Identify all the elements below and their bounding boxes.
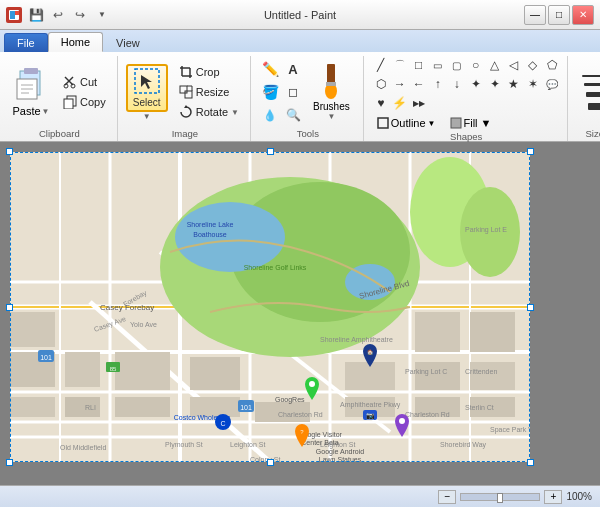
- pencil-tool[interactable]: ✏️: [259, 58, 281, 80]
- handle-mid-right[interactable]: [527, 304, 534, 311]
- svg-point-108: [309, 381, 315, 387]
- tab-view[interactable]: View: [103, 33, 153, 52]
- size-selector[interactable]: [576, 75, 600, 110]
- crop-button[interactable]: Crop: [174, 63, 244, 81]
- lightning-shape[interactable]: ⚡: [391, 94, 409, 112]
- select-button-wrap: Select ▼: [126, 64, 168, 121]
- handle-bot-left[interactable]: [6, 459, 13, 466]
- more-shapes[interactable]: ▶▶: [410, 94, 428, 112]
- paste-dropdown-icon[interactable]: ▼: [42, 107, 50, 116]
- size-group: Size: [570, 56, 600, 141]
- roundrect-shape[interactable]: ▢: [448, 56, 466, 74]
- 4arrow-shape[interactable]: ✦: [467, 75, 485, 93]
- copy-button[interactable]: Copy: [58, 93, 111, 111]
- handle-top-mid[interactable]: [267, 148, 274, 155]
- brushes-button[interactable]: Brushes ▼: [306, 60, 357, 124]
- zoom-out-button[interactable]: −: [438, 490, 456, 504]
- select-dropdown[interactable]: ▼: [143, 112, 151, 121]
- hexagon-shape[interactable]: ⬡: [372, 75, 390, 93]
- maximize-button[interactable]: □: [548, 5, 570, 25]
- line-shape[interactable]: ╱: [372, 56, 390, 74]
- redo-button[interactable]: ↪: [70, 6, 90, 24]
- quick-access-dropdown[interactable]: ▼: [92, 6, 112, 24]
- svg-rect-14: [64, 99, 73, 109]
- handle-bot-mid[interactable]: [267, 459, 274, 466]
- rotate-label: Rotate: [196, 106, 228, 118]
- svg-text:Parking Lot E: Parking Lot E: [465, 226, 507, 234]
- fill-tool[interactable]: 🪣: [259, 81, 281, 103]
- rect-shape[interactable]: □: [410, 56, 428, 74]
- svg-rect-58: [10, 397, 55, 417]
- svg-text:Leighton St: Leighton St: [230, 441, 265, 449]
- svg-text:Plymouth St: Plymouth St: [165, 441, 203, 449]
- star5-shape[interactable]: ★: [505, 75, 523, 93]
- curve-shape[interactable]: ⌒: [391, 56, 409, 74]
- svg-text:Yolo Ave: Yolo Ave: [130, 321, 157, 328]
- rtriangle-shape[interactable]: ◁: [505, 56, 523, 74]
- diamond-shape[interactable]: ◇: [524, 56, 542, 74]
- brushes-label: Brushes: [313, 101, 350, 112]
- rotate-dropdown[interactable]: ▼: [231, 108, 239, 117]
- color-picker-tool[interactable]: 💧: [259, 104, 281, 126]
- crop-label: Crop: [196, 66, 220, 78]
- minimize-button[interactable]: —: [524, 5, 546, 25]
- callout-shape[interactable]: 💬: [543, 75, 561, 93]
- brushes-dropdown[interactable]: ▼: [327, 112, 335, 121]
- outline-fill-controls: Outline ▼ Fill ▼: [372, 115, 497, 131]
- svg-rect-29: [378, 118, 388, 128]
- shapes-group: ╱ ⌒ □ ▭ ▢ ○ △ ◁ ◇ ⬠ ⬡ → ← ↑ ↓ ✦ ✦ ★ ✶ 💬: [366, 56, 568, 141]
- triangle-shape[interactable]: △: [486, 56, 504, 74]
- svg-rect-1: [10, 11, 15, 19]
- handle-top-left[interactable]: [6, 148, 13, 155]
- rotate-button[interactable]: Rotate ▼: [174, 103, 244, 121]
- app-icon: [6, 7, 22, 23]
- leftarrow-shape[interactable]: ←: [410, 75, 428, 93]
- svg-text:Shoreline Lake: Shoreline Lake: [187, 221, 234, 228]
- svg-text:Space Park Way: Space Park Way: [490, 426, 530, 434]
- svg-text:GoogRes: GoogRes: [275, 396, 305, 404]
- save-button[interactable]: 💾: [26, 6, 46, 24]
- rect2-shape[interactable]: ▭: [429, 56, 447, 74]
- ellipse-shape[interactable]: ○: [467, 56, 485, 74]
- svg-rect-54: [10, 312, 55, 347]
- heart-shape[interactable]: ♥: [372, 94, 390, 112]
- tab-file[interactable]: File: [4, 33, 48, 52]
- star6-shape[interactable]: ✶: [524, 75, 542, 93]
- window-title: Untitled - Paint: [264, 9, 336, 21]
- outline-dropdown[interactable]: ▼: [428, 119, 436, 128]
- close-button[interactable]: ✕: [572, 5, 594, 25]
- fill-button[interactable]: Fill ▼: [445, 115, 497, 131]
- undo-button[interactable]: ↩: [48, 6, 68, 24]
- eraser-tool[interactable]: ◻: [282, 81, 304, 103]
- svg-rect-26: [327, 64, 335, 84]
- svg-text:🏠: 🏠: [367, 349, 374, 356]
- svg-text:Boathouse: Boathouse: [193, 231, 227, 238]
- svg-text:Crittenden: Crittenden: [465, 368, 497, 375]
- pentagon-shape[interactable]: ⬠: [543, 56, 561, 74]
- cut-button[interactable]: Cut: [58, 73, 111, 91]
- svg-rect-28: [326, 82, 336, 86]
- title-bar: 💾 ↩ ↪ ▼ Untitled - Paint — □ ✕: [0, 0, 600, 30]
- uparrow-shape[interactable]: ↑: [429, 75, 447, 93]
- paste-button[interactable]: Paste ▼: [8, 63, 54, 121]
- copy-label: Copy: [80, 96, 106, 108]
- text-tool[interactable]: A: [282, 58, 304, 80]
- svg-text:Charleston Rd: Charleston Rd: [278, 411, 323, 418]
- handle-bot-right[interactable]: [527, 459, 534, 466]
- svg-text:Google Android: Google Android: [316, 448, 364, 456]
- select-button[interactable]: Select: [126, 64, 168, 112]
- zoom-in-button[interactable]: +: [544, 490, 562, 504]
- star4-shape[interactable]: ✦: [486, 75, 504, 93]
- magnifier-tool[interactable]: 🔍: [282, 104, 304, 126]
- rightarrow-shape[interactable]: →: [391, 75, 409, 93]
- tools-grid: ✏️ A 🪣 ◻ 💧 🔍: [259, 58, 304, 126]
- downarrow-shape[interactable]: ↓: [448, 75, 466, 93]
- zoom-slider[interactable]: [460, 493, 540, 501]
- tab-home[interactable]: Home: [48, 32, 103, 52]
- handle-top-right[interactable]: [527, 148, 534, 155]
- handle-mid-left[interactable]: [6, 304, 13, 311]
- resize-button[interactable]: Resize: [174, 83, 244, 101]
- svg-text:101: 101: [40, 354, 52, 361]
- outline-button[interactable]: Outline ▼: [372, 115, 441, 131]
- resize-label: Resize: [196, 86, 230, 98]
